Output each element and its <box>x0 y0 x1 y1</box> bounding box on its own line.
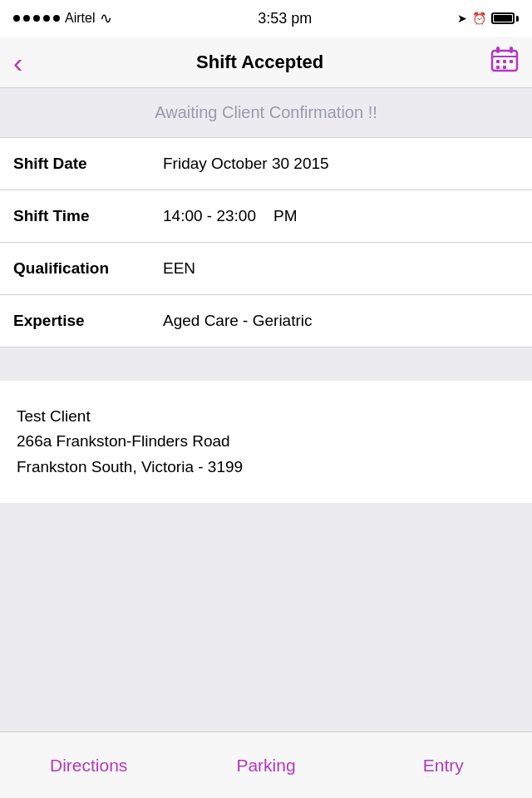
back-button[interactable]: ‹ <box>13 48 29 76</box>
tab-entry[interactable]: Entry <box>355 739 532 792</box>
shift-date-row: Shift Date Friday October 30 2015 <box>0 138 532 190</box>
battery-icon <box>491 12 519 24</box>
signal-dots <box>13 15 60 22</box>
signal-dot-1 <box>13 15 20 22</box>
status-right: ➤ ⏰ <box>457 12 519 25</box>
address-line-1: Test Client <box>17 404 515 429</box>
svg-rect-5 <box>503 60 506 63</box>
expertise-label: Expertise <box>13 312 163 330</box>
signal-dot-3 <box>33 15 40 22</box>
calendar-icon[interactable] <box>490 45 519 79</box>
signal-dot-2 <box>23 15 30 22</box>
shift-time-label: Shift Time <box>13 207 163 225</box>
awaiting-text: Awaiting Client Confirmation !! <box>155 103 377 121</box>
shift-date-label: Shift Date <box>13 155 163 173</box>
svg-rect-4 <box>496 60 500 63</box>
page-title: Shift Accepted <box>196 52 323 73</box>
section-gap <box>0 347 532 381</box>
location-icon: ➤ <box>457 12 467 25</box>
signal-dot-5 <box>53 15 60 22</box>
awaiting-banner: Awaiting Client Confirmation !! <box>0 88 532 137</box>
tab-directions[interactable]: Directions <box>0 739 177 792</box>
svg-rect-6 <box>510 60 513 63</box>
status-left: Airtel ∿ <box>13 9 112 27</box>
address-block: Test Client 266a Frankston-Flinders Road… <box>0 381 532 503</box>
status-bar: Airtel ∿ 3:53 pm ➤ ⏰ <box>0 0 532 37</box>
carrier-name: Airtel <box>65 11 95 26</box>
shift-time-value: 14:00 - 23:00 PM <box>163 207 298 225</box>
nav-bar: ‹ Shift Accepted <box>0 37 532 88</box>
content-area: Awaiting Client Confirmation !! Shift Da… <box>0 88 532 732</box>
svg-rect-1 <box>496 47 500 53</box>
svg-rect-2 <box>510 47 513 53</box>
expertise-value: Aged Care - Geriatric <box>163 312 313 330</box>
qualification-row: Qualification EEN <box>0 243 532 295</box>
address-line-2: 266a Frankston-Flinders Road <box>17 429 515 454</box>
wifi-icon: ∿ <box>100 9 112 27</box>
svg-rect-7 <box>496 66 500 69</box>
alarm-icon: ⏰ <box>472 12 486 25</box>
address-line-3: Frankston South, Victoria - 3199 <box>17 455 515 480</box>
tab-bar: Directions Parking Entry <box>0 732 532 798</box>
shift-time-row: Shift Time 14:00 - 23:00 PM <box>0 190 532 243</box>
status-time: 3:53 pm <box>258 10 312 27</box>
qualification-label: Qualification <box>13 259 163 278</box>
signal-dot-4 <box>43 15 50 22</box>
bottom-spacer <box>0 503 532 732</box>
shift-date-value: Friday October 30 2015 <box>163 155 329 173</box>
svg-rect-8 <box>503 66 506 69</box>
expertise-row: Expertise Aged Care - Geriatric <box>0 295 532 347</box>
tab-parking[interactable]: Parking <box>177 739 354 792</box>
qualification-value: EEN <box>163 259 195 278</box>
